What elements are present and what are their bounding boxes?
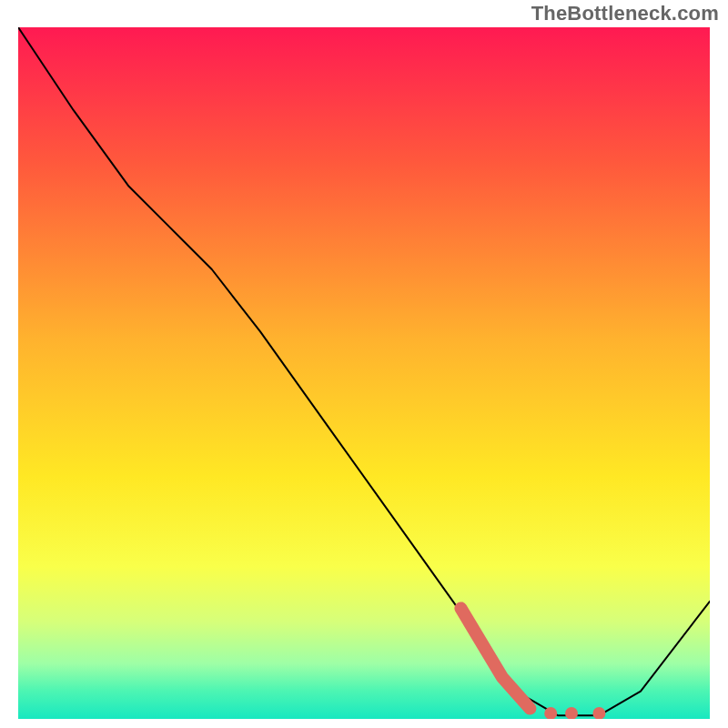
gradient-background xyxy=(18,27,710,719)
highlight-dots-group xyxy=(544,707,605,719)
chart-svg xyxy=(18,27,710,719)
watermark-text: TheBottleneck.com xyxy=(531,2,719,25)
plot-area xyxy=(18,27,710,719)
chart-container: TheBottleneck.com xyxy=(0,0,728,728)
